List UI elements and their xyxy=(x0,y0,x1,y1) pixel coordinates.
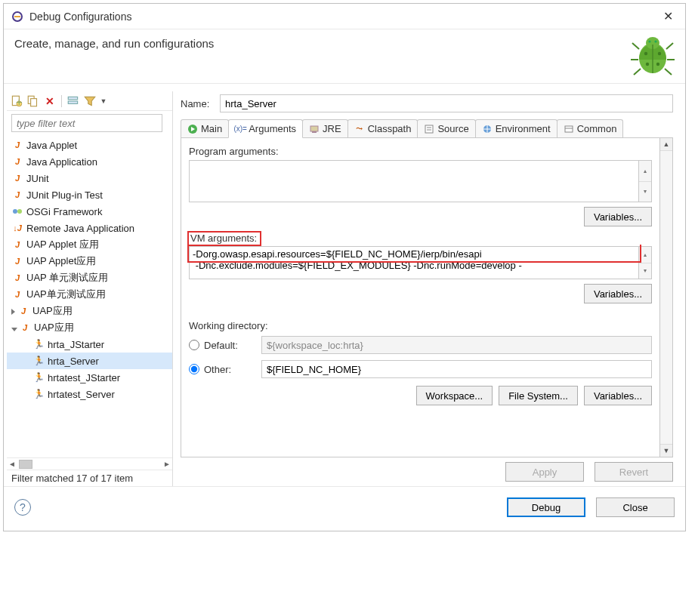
tree-item-label: OSGi Framework xyxy=(26,206,102,217)
filter-icon[interactable] xyxy=(83,94,97,108)
vm-args-variables-button[interactable]: Variables... xyxy=(584,284,652,303)
tree-item-label: hrtatest_Server xyxy=(48,389,115,400)
tab-label: Main xyxy=(201,123,222,134)
revert-button[interactable]: Revert xyxy=(595,462,673,482)
tree-item[interactable]: JJUnit xyxy=(7,170,172,186)
config-tree[interactable]: JJava AppletJJava ApplicationJJUnitJJUni… xyxy=(7,135,172,457)
scroll-up-arrow-icon[interactable]: ▲ xyxy=(660,138,672,151)
env-icon xyxy=(482,124,493,134)
tree-item[interactable]: JUAP 单元测试应用 xyxy=(7,270,172,286)
tree-item[interactable]: JJava Applet xyxy=(7,137,172,153)
tab-main[interactable]: Main xyxy=(181,119,229,137)
tab-label: Arguments xyxy=(249,123,296,134)
tree-item-label: Java Application xyxy=(26,156,97,168)
wd-other-radio[interactable] xyxy=(189,364,199,374)
tree-item[interactable]: 🏃hrtatest_Server xyxy=(7,386,172,402)
tree-item[interactable]: 🏃hrta_Server xyxy=(7,353,172,369)
svg-point-13 xyxy=(644,52,647,55)
tree-item[interactable]: OSGi Framework xyxy=(7,203,172,220)
new-config-icon[interactable]: + xyxy=(10,94,23,108)
vm-args-textarea[interactable]: -Dorg.owasp.esapi.resources=${FIELD_NC_H… xyxy=(189,246,639,279)
filter-input[interactable] xyxy=(11,114,162,132)
cp-icon: ⤳ xyxy=(354,124,365,134)
apply-button[interactable]: Apply xyxy=(505,462,584,482)
vm-args-wrap: -Dorg.owasp.esapi.resources=${FIELD_NC_H… xyxy=(189,246,652,279)
tree-item-label: UAP应用 xyxy=(32,304,73,318)
tree-item[interactable]: JUAP Applet应用 xyxy=(7,253,172,270)
left-panel: + ✕ ▼ JJava AppletJJava ApplicationJJUni… xyxy=(7,91,173,486)
tab-common[interactable]: Common xyxy=(557,119,624,137)
collapse-all-icon[interactable] xyxy=(66,94,80,108)
help-icon[interactable]: ? xyxy=(14,499,31,516)
program-args-textarea[interactable] xyxy=(189,160,639,202)
tree-item-label: UAP单元测试应用 xyxy=(26,288,106,301)
tree-item-label: UAP Applet 应用 xyxy=(26,238,99,251)
args-icon: (x)= xyxy=(235,124,246,134)
tree-item-label: hrta_JStarter xyxy=(48,339,104,350)
program-args-wrap: ▴ ▾ xyxy=(189,160,652,202)
vm-args-label: VM arguments: xyxy=(190,233,257,244)
tab-jre[interactable]: JRE xyxy=(302,119,348,137)
scroll-right-arrow-icon[interactable]: ► xyxy=(162,460,172,468)
dropdown-arrow-icon[interactable]: ▼ xyxy=(100,94,107,108)
svg-rect-28 xyxy=(312,131,317,133)
duplicate-config-icon[interactable] xyxy=(26,94,40,108)
tree-item-label: hrtatest_JStarter xyxy=(48,372,120,383)
panel-vertical-scrollbar[interactable]: ▲ ▼ xyxy=(660,138,673,457)
svg-line-6 xyxy=(632,43,639,49)
tab-source[interactable]: Source xyxy=(417,119,475,137)
scroll-down-arrow-icon[interactable]: ▼ xyxy=(660,444,672,457)
delete-config-icon[interactable]: ✕ xyxy=(43,94,57,108)
svg-point-16 xyxy=(656,63,659,66)
program-args-variables-button[interactable]: Variables... xyxy=(584,207,652,226)
svg-line-7 xyxy=(666,43,673,49)
tree-item[interactable]: JUAP Applet 应用 xyxy=(7,236,172,253)
tabstrip: Main(x)=ArgumentsJRE⤳ClasspathSourceEnvi… xyxy=(181,119,673,138)
tree-horizontal-scrollbar[interactable]: ◄ ► xyxy=(7,457,172,470)
wd-default-radio[interactable] xyxy=(189,340,199,350)
wd-default-label: Default: xyxy=(204,340,257,351)
src-icon xyxy=(424,124,434,134)
svg-rect-23 xyxy=(68,101,77,103)
body-area: + ✕ ▼ JJava AppletJJava ApplicationJJUni… xyxy=(4,84,685,486)
spinner-down-icon[interactable]: ▾ xyxy=(639,263,651,279)
name-input[interactable] xyxy=(220,94,673,112)
tree-item[interactable]: 🏃hrta_JStarter xyxy=(7,336,172,353)
spinner-up-icon[interactable]: ▴ xyxy=(639,247,651,263)
tab-classpath[interactable]: ⤳Classpath xyxy=(347,119,418,137)
tab-label: Source xyxy=(437,123,468,134)
close-icon[interactable]: ✕ xyxy=(659,9,678,23)
tree-item-label: UAP Applet应用 xyxy=(26,254,96,268)
spinner-up-icon[interactable]: ▴ xyxy=(639,161,651,182)
tree-item[interactable]: JUAP单元测试应用 xyxy=(7,286,172,303)
svg-line-10 xyxy=(634,69,641,75)
wd-workspace-button[interactable]: Workspace... xyxy=(416,386,493,405)
wd-other-label: Other: xyxy=(204,364,257,375)
svg-point-15 xyxy=(646,63,649,66)
working-dir-label: Working directory: xyxy=(189,320,652,331)
debug-button[interactable]: Debug xyxy=(507,497,585,517)
apply-revert-row: Apply Revert xyxy=(181,457,673,486)
tree-item[interactable]: JUAP应用 xyxy=(7,319,172,336)
close-button[interactable]: Close xyxy=(596,497,675,517)
scroll-thumb[interactable] xyxy=(19,460,32,469)
tree-item[interactable]: JJUnit Plug-in Test xyxy=(7,186,172,203)
tree-item[interactable]: 🏃hrtatest_JStarter xyxy=(7,369,172,386)
tab-environment[interactable]: Environment xyxy=(475,119,557,137)
scroll-left-arrow-icon[interactable]: ◄ xyxy=(7,460,17,468)
header-title: Create, manage, and run configurations xyxy=(14,37,214,50)
svg-point-5 xyxy=(654,40,656,42)
wd-filesystem-button[interactable]: File System... xyxy=(499,386,578,405)
wd-other-input[interactable] xyxy=(261,360,652,378)
svg-point-24 xyxy=(13,209,17,214)
wd-default-row: Default: xyxy=(189,334,652,356)
tree-item[interactable]: JJava Application xyxy=(7,153,172,170)
tab-arguments[interactable]: (x)=Arguments xyxy=(228,119,303,138)
jre-icon xyxy=(309,124,320,134)
tab-label: Environment xyxy=(496,123,551,134)
tree-item[interactable]: JUAP应用 xyxy=(7,303,172,319)
tree-item[interactable]: ↓JRemote Java Application xyxy=(7,220,172,236)
scroll-track[interactable] xyxy=(660,151,672,444)
wd-variables-button[interactable]: Variables... xyxy=(584,386,652,405)
spinner-down-icon[interactable]: ▾ xyxy=(639,182,651,202)
